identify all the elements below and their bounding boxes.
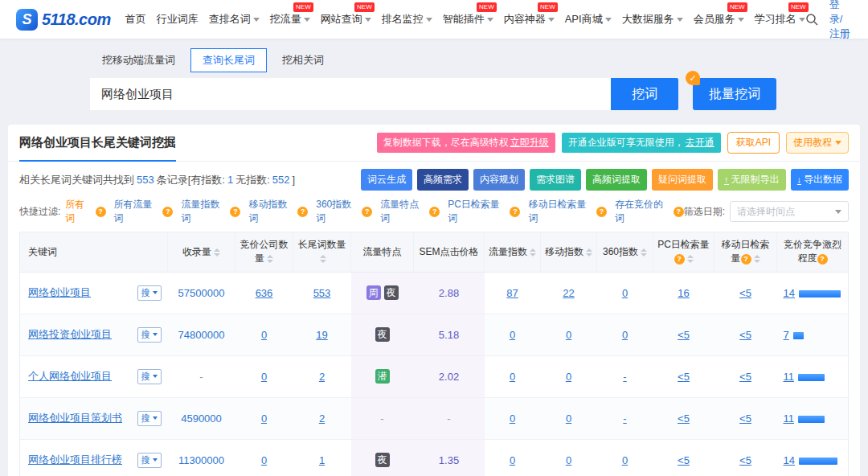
nav-item[interactable]: 内容神器 NEW xyxy=(504,12,555,27)
keyword-search-button[interactable]: 搜 xyxy=(137,369,162,384)
cell-link[interactable]: - xyxy=(623,412,626,425)
tool-button[interactable]: 高频词提取 xyxy=(586,169,647,191)
cell-link[interactable]: <5 xyxy=(678,371,690,383)
cell-link[interactable]: 0 xyxy=(566,329,571,341)
keyword-search-button[interactable]: 搜 xyxy=(137,453,162,468)
cell-link[interactable]: 22 xyxy=(563,287,574,299)
enterprise-open-link[interactable]: 去开通 xyxy=(686,136,714,150)
search-icon[interactable] xyxy=(805,13,818,26)
cell-link[interactable]: 0 xyxy=(261,454,267,466)
cell-link[interactable]: 7 xyxy=(784,329,789,341)
keyword-search-button[interactable]: 搜 xyxy=(137,285,162,301)
filter-link[interactable]: 流量指数词 xyxy=(181,198,228,225)
cell-link[interactable]: 16 xyxy=(678,287,689,299)
cell-link[interactable]: <5 xyxy=(739,412,751,425)
cell-link[interactable]: 636 xyxy=(256,287,273,299)
column-header[interactable]: 收录量 xyxy=(168,232,235,273)
cell-link[interactable]: - xyxy=(623,371,626,383)
tool-button[interactable]: 词云生成 xyxy=(361,169,412,191)
nav-item[interactable]: 查排名词 xyxy=(209,12,260,27)
cell-link[interactable]: <5 xyxy=(739,371,751,383)
cell-link[interactable]: 0 xyxy=(510,412,515,425)
nav-item[interactable]: 行业词库 xyxy=(157,12,199,27)
filter-link[interactable]: PC日检索量词 xyxy=(448,198,508,225)
search-tab[interactable]: 挖相关词 xyxy=(270,48,336,72)
nav-item[interactable]: 排名监控 xyxy=(382,12,432,27)
filter-link[interactable]: 存在竞价的词 xyxy=(615,198,672,225)
tool-button[interactable]: 内容规划 xyxy=(473,169,525,191)
help-icon[interactable]: ? xyxy=(817,254,828,265)
filter-link[interactable]: 流量特点词 xyxy=(380,198,428,225)
tutorial-button[interactable]: 使用教程 xyxy=(786,132,849,154)
cell-link[interactable]: 2 xyxy=(319,412,325,425)
cell-link[interactable]: 0 xyxy=(622,287,628,299)
help-icon[interactable]: ? xyxy=(96,207,106,217)
cell-link[interactable]: <5 xyxy=(678,329,690,341)
filter-link[interactable]: 所有词 xyxy=(65,198,93,225)
tool-button[interactable]: 需求图谱 xyxy=(530,169,581,191)
column-header[interactable]: 竞价公司数量 xyxy=(235,232,293,273)
search-tab[interactable]: 查询长尾词 xyxy=(190,48,267,72)
cell-link[interactable]: 0 xyxy=(510,454,515,466)
cell-link[interactable]: <5 xyxy=(739,329,751,341)
search-tab[interactable]: 挖移动端流量词 xyxy=(90,48,187,72)
help-icon[interactable]: ? xyxy=(674,254,685,265)
tool-button[interactable]: ↑ 无限制导出 xyxy=(718,169,786,191)
cell-link[interactable]: 1 xyxy=(319,454,325,466)
keyword-search-button[interactable]: 搜 xyxy=(137,411,162,426)
cell-link[interactable]: 19 xyxy=(316,329,327,341)
get-api-button[interactable]: 获取API xyxy=(727,132,780,154)
cell-link[interactable]: 0 xyxy=(622,454,628,466)
cell-link[interactable]: 0 xyxy=(622,329,628,341)
tool-button[interactable]: 疑问词提取 xyxy=(652,169,713,191)
cell-link[interactable]: 11 xyxy=(784,412,795,425)
filter-link[interactable]: 移动日检索量词 xyxy=(528,198,595,225)
column-header[interactable]: 流量指数 xyxy=(485,232,541,273)
cell-link[interactable]: 11 xyxy=(784,371,795,383)
cell-link[interactable]: <5 xyxy=(739,454,751,466)
column-header[interactable]: 360指数 xyxy=(597,232,653,273)
sort-icon[interactable] xyxy=(586,248,592,256)
keyword-link[interactable]: 网络创业项目策划书 xyxy=(28,412,122,424)
tool-button[interactable]: ↓ 导出数据 xyxy=(791,169,850,191)
logo[interactable]: S 5118.com xyxy=(16,9,111,31)
cell-link[interactable]: 0 xyxy=(261,329,267,341)
date-select[interactable]: 请选择时间点 xyxy=(730,201,849,222)
upgrade-link[interactable]: 立即升级 xyxy=(510,136,549,150)
cell-link[interactable]: 87 xyxy=(506,287,518,299)
nav-item[interactable]: 大数据服务 xyxy=(622,12,683,27)
cell-link[interactable]: <5 xyxy=(678,454,690,466)
keyword-link[interactable]: 网络投资创业项目 xyxy=(28,328,112,340)
help-icon[interactable]: ? xyxy=(429,207,440,217)
keyword-link[interactable]: 网络创业项目 xyxy=(28,286,91,298)
cell-link[interactable]: 2 xyxy=(319,371,325,383)
help-icon[interactable]: ? xyxy=(674,207,684,217)
help-icon[interactable]: ? xyxy=(596,207,607,217)
cell-link[interactable]: 0 xyxy=(566,454,571,466)
help-icon[interactable]: ? xyxy=(741,254,751,265)
keyword-link[interactable]: 个人网络创业项目 xyxy=(28,370,112,382)
cell-link[interactable]: 0 xyxy=(510,329,515,341)
keyword-search-input[interactable] xyxy=(90,78,611,110)
cell-link[interactable]: 0 xyxy=(566,412,571,425)
enterprise-promo-banner[interactable]: 开通企业版可享无限使用， 去开通 xyxy=(562,133,721,153)
cell-link[interactable]: 553 xyxy=(313,287,331,299)
cell-link[interactable]: 0 xyxy=(261,371,267,383)
help-icon[interactable]: ? xyxy=(297,207,308,217)
filter-link[interactable]: 所有流量词 xyxy=(114,198,162,225)
filter-link[interactable]: 360指数词 xyxy=(316,198,360,225)
sort-icon[interactable] xyxy=(214,248,220,256)
column-header[interactable]: 移动日检索量? xyxy=(714,232,777,273)
nav-item[interactable]: API商城 xyxy=(565,12,612,27)
nav-item[interactable]: 学习排名 NEW xyxy=(755,12,805,27)
cell-link[interactable]: <5 xyxy=(739,287,751,299)
batch-dig-button[interactable]: 批量挖词 xyxy=(693,78,776,110)
column-header[interactable]: PC日检索量? xyxy=(653,232,714,273)
cell-link[interactable]: 14 xyxy=(784,287,795,299)
help-icon[interactable]: ? xyxy=(510,207,520,217)
sort-icon[interactable] xyxy=(320,255,326,263)
cell-link[interactable]: <5 xyxy=(678,412,690,425)
keyword-search-button[interactable]: 搜 xyxy=(137,327,162,343)
column-header[interactable]: 移动指数 xyxy=(541,232,597,273)
upgrade-promo-banner[interactable]: 复制数据下载，尽在高级特权 立即升级 xyxy=(377,133,555,153)
